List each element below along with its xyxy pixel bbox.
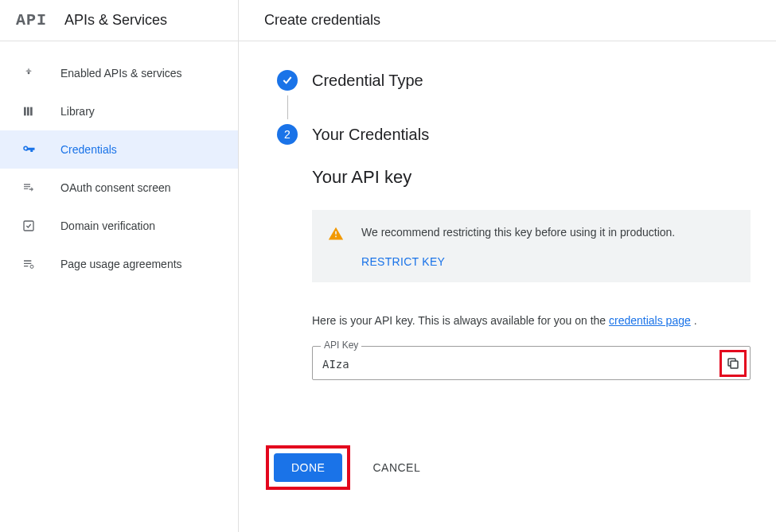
step-content: Your API key We recommend restricting th…: [312, 167, 751, 380]
step-connector: [287, 95, 288, 119]
svg-point-0: [28, 72, 30, 75]
sidebar-item-page-usage[interactable]: Page usage agreements: [0, 245, 238, 283]
done-button[interactable]: DONE: [274, 453, 342, 482]
copy-icon: [726, 356, 740, 371]
sidebar-title: APIs & Services: [64, 12, 167, 29]
step-title: Credential Type: [312, 72, 423, 90]
sidebar-item-library[interactable]: Library: [0, 92, 238, 130]
button-row: DONE CANCEL: [266, 445, 751, 490]
svg-rect-1: [24, 107, 26, 116]
step-number-badge: 2: [277, 124, 298, 145]
api-key-field[interactable]: API Key AIza: [312, 346, 751, 380]
sidebar-item-label: Enabled APIs & services: [60, 67, 182, 80]
sidebar-item-enabled-apis[interactable]: Enabled APIs & services: [0, 54, 238, 92]
check-box-icon: [21, 218, 37, 234]
api-logo: API: [16, 11, 47, 29]
sidebar-item-label: Library: [60, 105, 95, 118]
diamond-icon: [21, 65, 37, 81]
api-key-label: API Key: [321, 340, 361, 351]
page-title: Create credentials: [239, 0, 776, 41]
sidebar-item-label: Domain verification: [60, 219, 155, 232]
main-panel: Create credentials Credential Type 2 You…: [239, 0, 776, 532]
library-icon: [21, 103, 37, 119]
consent-icon: [21, 180, 37, 196]
warning-text: We recommend restricting this key before…: [361, 224, 675, 241]
cancel-button[interactable]: CANCEL: [366, 453, 427, 482]
main-body: Credential Type 2 Your Credentials Your …: [239, 41, 776, 509]
credentials-page-link[interactable]: credentials page: [609, 314, 691, 327]
sidebar-item-credentials[interactable]: Credentials: [0, 130, 238, 169]
done-highlight: DONE: [266, 445, 350, 490]
sidebar: API APIs & Services Enabled APIs & servi…: [0, 0, 239, 532]
sidebar-item-oauth-consent[interactable]: OAuth consent screen: [0, 169, 238, 207]
api-key-description: Here is your API key. This is always ava…: [312, 314, 751, 327]
sidebar-item-label: Page usage agreements: [60, 258, 182, 270]
copy-highlight: [719, 350, 747, 377]
sidebar-item-label: OAuth consent screen: [60, 181, 171, 194]
warning-icon: [328, 226, 344, 244]
svg-rect-2: [27, 107, 29, 116]
svg-rect-3: [30, 107, 33, 116]
copy-button[interactable]: [724, 355, 742, 372]
step-check-icon: [277, 70, 298, 91]
svg-point-5: [30, 265, 33, 268]
api-key-masked: [349, 359, 650, 371]
key-icon: [21, 142, 37, 157]
sidebar-item-domain-verification[interactable]: Domain verification: [0, 207, 238, 245]
step-title: Your Credentials: [312, 126, 429, 144]
svg-rect-4: [24, 221, 33, 231]
desc-suffix: .: [691, 314, 697, 327]
step-credential-type[interactable]: Credential Type: [277, 70, 751, 91]
sidebar-item-label: Credentials: [60, 143, 117, 156]
api-key-value-prefix: AIza: [322, 358, 349, 371]
warning-content: We recommend restricting this key before…: [361, 224, 675, 268]
desc-prefix: Here is your API key. This is always ava…: [312, 314, 609, 327]
step-your-credentials[interactable]: 2 Your Credentials: [277, 124, 751, 145]
restrict-warning: We recommend restricting this key before…: [312, 210, 751, 282]
sidebar-nav: Enabled APIs & services Library Credenti…: [0, 41, 238, 283]
svg-rect-6: [731, 361, 738, 368]
restrict-key-link[interactable]: RESTRICT KEY: [361, 255, 445, 268]
your-api-key-heading: Your API key: [312, 167, 751, 188]
settings-list-icon: [21, 256, 37, 272]
sidebar-header: API APIs & Services: [0, 0, 238, 41]
